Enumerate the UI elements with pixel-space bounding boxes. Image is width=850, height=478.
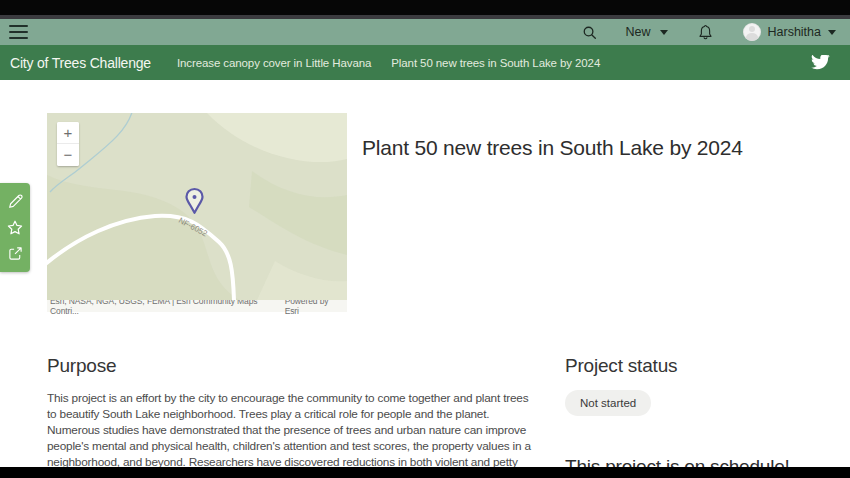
map[interactable]: NF-6052 + − (47, 113, 347, 300)
zoom-in-button[interactable]: + (57, 122, 79, 144)
nav-link-little-havana[interactable]: Increase canopy cover in Little Havana (177, 57, 371, 69)
purpose-body: This project is an effort by the city to… (47, 390, 552, 470)
app-window: New Harshitha City of Trees Challenge In… (0, 0, 850, 478)
project-status-heading: Project status (565, 355, 677, 377)
bell-icon (698, 24, 713, 40)
share-button[interactable] (8, 246, 23, 261)
zoom-out-button[interactable]: − (57, 144, 79, 166)
map-zoom-control: + − (57, 122, 79, 166)
hamburger-icon (9, 25, 28, 27)
map-card: NF-6052 + − Esri, NASA, NGA, USGS, FEMA … (47, 113, 347, 312)
page-tools-sidebar (0, 183, 30, 272)
edit-button[interactable] (8, 194, 23, 209)
bottom-letterbox-bar (0, 467, 850, 478)
window-chrome-bar (0, 0, 850, 15)
header-actions: New Harshitha (582, 23, 836, 41)
search-button[interactable] (582, 25, 597, 40)
star-icon (7, 220, 23, 235)
caret-down-icon (660, 30, 668, 35)
pencil-icon (8, 194, 23, 209)
page-title: Plant 50 new trees in South Lake by 2024 (362, 136, 743, 160)
caret-down-icon (828, 30, 836, 35)
user-menu-button[interactable]: Harshitha (743, 23, 837, 41)
site-nav: City of Trees Challenge Increase canopy … (0, 45, 850, 80)
new-menu-button[interactable]: New (625, 25, 667, 39)
map-attribution-bar: Esri, NASA, NGA, USGS, FEMA | Esri Commu… (47, 300, 347, 312)
user-avatar (743, 23, 761, 41)
twitter-share-button[interactable] (811, 55, 830, 71)
status-badge: Not started (565, 390, 651, 416)
map-canvas: NF-6052 (47, 113, 347, 300)
project-status-section: Project status Not started (565, 355, 677, 416)
notifications-button[interactable] (698, 24, 713, 40)
twitter-icon (811, 55, 830, 71)
share-export-icon (8, 246, 23, 261)
new-menu-label: New (625, 25, 650, 39)
app-header: New Harshitha (0, 19, 850, 45)
purpose-heading: Purpose (47, 355, 552, 377)
purpose-section: Purpose This project is an effort by the… (47, 355, 552, 470)
user-name: Harshitha (768, 25, 822, 39)
search-icon (582, 25, 597, 40)
menu-button[interactable] (9, 25, 28, 39)
site-title-link[interactable]: City of Trees Challenge (10, 55, 151, 71)
nav-link-south-lake[interactable]: Plant 50 new trees in South Lake by 2024 (391, 57, 600, 69)
favorite-button[interactable] (7, 220, 23, 235)
